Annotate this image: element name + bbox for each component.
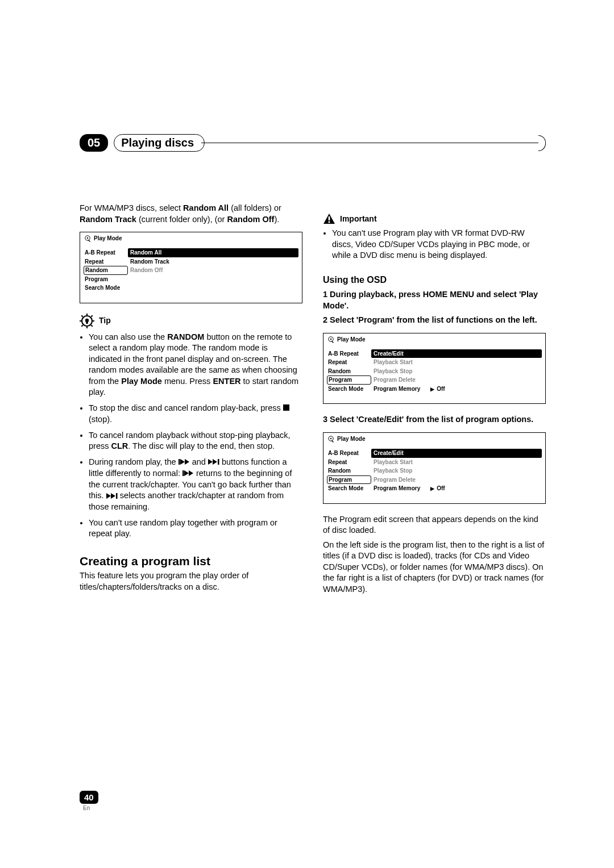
important-item: You can't use Program play with VR forma… <box>332 228 546 261</box>
menu-left-list: A-B Repeat Repeat Random Program Search … <box>327 449 371 493</box>
menu-option-dim: Playback Start <box>371 458 542 467</box>
svg-marker-10 <box>213 459 217 465</box>
menu-title: Play Mode <box>337 336 365 344</box>
menu-item: Search Mode <box>327 484 371 493</box>
menu-item: Repeat <box>84 257 128 266</box>
svg-marker-9 <box>208 459 213 465</box>
svg-marker-8 <box>185 459 189 465</box>
chapter-header: 05 Playing discs <box>80 134 546 152</box>
important-list: You can't use Program play with VR forma… <box>323 228 546 261</box>
svg-rect-12 <box>182 470 184 476</box>
svg-point-24 <box>330 438 331 439</box>
menu-item: Search Mode <box>327 385 371 394</box>
menu-option-highlighted: Create/Edit <box>371 349 542 358</box>
menu-item-selected: Random <box>84 266 128 275</box>
tip-item: During random play, the and buttons func… <box>89 457 302 513</box>
page-number: 40 <box>80 791 98 804</box>
tip-item: You can't use random play together with … <box>89 518 302 540</box>
menu-option-highlighted: Create/Edit <box>371 449 542 458</box>
prev-track-icon <box>179 457 190 466</box>
svg-point-22 <box>330 339 331 340</box>
svg-marker-13 <box>184 470 189 476</box>
svg-marker-14 <box>189 470 193 476</box>
section-heading-program-list: Creating a program list <box>80 553 302 569</box>
menu-item-selected: Program <box>327 475 371 485</box>
step-1: 1 During playback, press HOME MENU and s… <box>323 289 546 311</box>
svg-rect-5 <box>283 404 289 411</box>
important-heading: Important <box>323 213 546 224</box>
menu-option-dim: Playback Start <box>371 358 542 367</box>
subheading-using-osd: Using the OSD <box>323 274 546 286</box>
svg-marker-15 <box>106 493 111 499</box>
menu-header: Play Mode <box>323 433 545 449</box>
language-code: En <box>83 805 98 811</box>
submenu-arrow-icon: ▶ <box>430 485 434 492</box>
stop-icon <box>283 403 289 412</box>
menu-right-list: Create/Edit Playback Start Playback Stop… <box>371 449 542 493</box>
warning-triangle-icon <box>323 213 335 224</box>
menu-item: Random <box>327 367 371 376</box>
menu-header: Play Mode <box>323 333 545 349</box>
program-edit-note-1: The Program edit screen that appears dep… <box>323 514 546 536</box>
intro-paragraph: For WMA/MP3 discs, select Random All (al… <box>80 203 302 225</box>
tip-label: Tip <box>99 315 111 326</box>
next-track-icon <box>106 491 118 500</box>
document-page: 05 Playing discs For WMA/MP3 discs, sele… <box>0 0 614 868</box>
submenu-arrow-icon: ▶ <box>430 386 434 393</box>
page-footer: 40 En <box>80 791 98 811</box>
tip-list: You can also use the RANDOM button on th… <box>80 332 302 540</box>
menu-option-dim: Program Delete <box>371 475 542 485</box>
menu-item: Repeat <box>327 358 371 367</box>
disc-hand-icon <box>327 336 335 344</box>
header-cap <box>538 135 546 151</box>
content-columns: For WMA/MP3 discs, select Random All (al… <box>80 203 546 598</box>
menu-item: Repeat <box>327 458 371 467</box>
menu-option: Program Memory ▶ Off <box>371 484 542 493</box>
right-column: Important You can't use Program play wit… <box>323 203 546 598</box>
svg-marker-16 <box>111 493 115 499</box>
play-mode-menu-program-2: Play Mode A-B Repeat Repeat Random Progr… <box>323 432 546 504</box>
menu-item: Random <box>327 466 371 475</box>
important-label: Important <box>340 214 377 224</box>
menu-left-list: A-B Repeat Repeat Random Program Search … <box>327 349 371 394</box>
prev-track-icon <box>182 469 194 478</box>
svg-rect-4 <box>86 322 88 324</box>
disc-hand-icon <box>84 235 92 243</box>
tip-heading: Tip <box>80 314 302 328</box>
step-2: 2 Select 'Program' from the list of func… <box>323 315 546 326</box>
menu-right-list: Create/Edit Playback Start Playback Stop… <box>371 349 542 394</box>
menu-title: Play Mode <box>94 235 122 243</box>
tip-item: To stop the disc and cancel random play-… <box>89 403 302 425</box>
menu-option: Program Memory ▶ Off <box>371 385 542 394</box>
play-mode-menu-random: Play Mode A-B Repeat Repeat Random Progr… <box>80 232 302 303</box>
tip-item: To cancel random playback without stop-p… <box>89 430 302 452</box>
menu-item: A-B Repeat <box>84 248 128 257</box>
menu-left-list: A-B Repeat Repeat Random Program Search … <box>84 248 128 293</box>
chapter-number-badge: 05 <box>80 134 108 152</box>
step-3: 3 Select 'Create/Edit' from the list of … <box>323 414 546 425</box>
svg-rect-6 <box>179 459 180 465</box>
menu-right-list: Random All Random Track Random Off <box>128 248 298 293</box>
menu-option-dim: Program Delete <box>371 375 542 385</box>
svg-point-1 <box>87 237 88 239</box>
menu-item-selected: Program <box>327 375 371 385</box>
menu-title: Play Mode <box>337 435 365 443</box>
program-edit-note-2: On the left side is the program list, th… <box>323 540 546 595</box>
menu-item: Program <box>84 275 128 284</box>
menu-option-dim: Random Off <box>128 266 298 275</box>
left-column: For WMA/MP3 discs, select Random All (al… <box>80 203 302 598</box>
play-mode-menu-program-1: Play Mode A-B Repeat Repeat Random Progr… <box>323 333 546 404</box>
svg-rect-20 <box>329 222 330 223</box>
menu-header: Play Mode <box>80 232 302 248</box>
chapter-title: Playing discs <box>114 134 205 152</box>
tip-item: You can also use the RANDOM button on th… <box>89 332 302 398</box>
disc-hand-icon <box>327 435 335 443</box>
menu-item: Search Mode <box>84 283 128 293</box>
svg-rect-19 <box>329 216 330 220</box>
menu-option-highlighted: Random All <box>128 248 298 257</box>
menu-item: A-B Repeat <box>327 349 371 358</box>
svg-marker-7 <box>180 459 185 465</box>
svg-point-3 <box>85 318 89 322</box>
header-rule <box>201 143 538 143</box>
section-body: This feature lets you program the play o… <box>80 570 302 592</box>
